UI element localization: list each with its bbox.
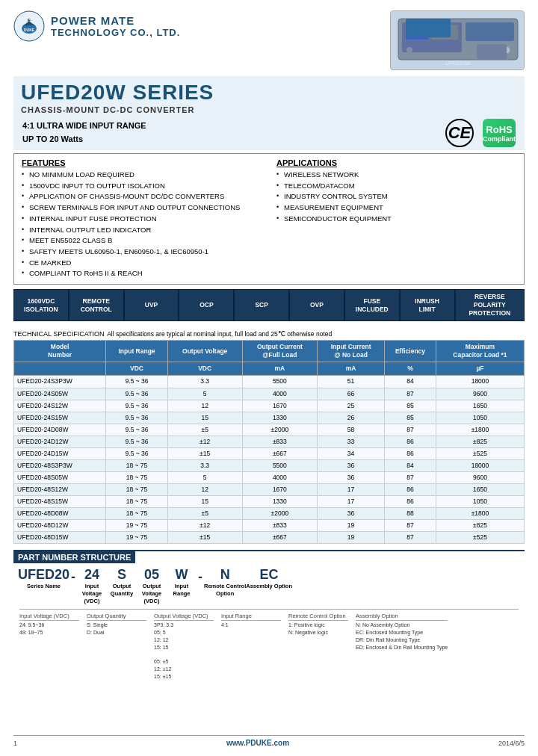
table-cell: ±12 [167, 520, 242, 532]
table-cell: 5 [167, 388, 242, 400]
table-row: UFED20-48S12W18 ~ 7512167017861650 [14, 483, 525, 495]
table-cell: UFED20-48D12W [14, 520, 106, 532]
features-list: NO MINIMUM LOAD REQUIRED1500VDC INPUT TO… [22, 170, 262, 279]
table-cell: 15 [167, 412, 242, 424]
badge-ocp: OCP [179, 289, 234, 321]
pn-opt-col-4: Input Range4:1 [221, 613, 281, 680]
table-cell: 87 [385, 532, 436, 544]
spec-header: Efficiency [385, 341, 436, 362]
pn-title: PART NUMBER STRUCTURE [13, 551, 135, 563]
table-cell: 66 [318, 388, 385, 400]
table-cell: 12 [167, 400, 242, 412]
pn-label: Input Voltage (VDC) [82, 583, 102, 604]
pn-value: S [117, 568, 126, 581]
table-cell: 88 [385, 507, 436, 519]
application-item: SEMICONDUCTOR EQUIPMENT [276, 214, 516, 225]
table-row: UFED20-24S3P3W9.5 ~ 363.35500518418000 [14, 376, 525, 388]
table-cell: ±15 [167, 447, 242, 459]
table-cell: ±1800 [436, 507, 524, 519]
svg-point-12 [406, 47, 412, 53]
spec-header: Output Voltage [167, 341, 242, 362]
applications-col: APPLICATIONS WIRELESS NETWORKTELECOM/DAT… [276, 158, 516, 279]
table-cell: ±667 [242, 447, 318, 459]
table-cell: 26 [318, 412, 385, 424]
feature-item: CE MARKED [22, 258, 262, 269]
table-cell: UFED20-24S12W [14, 400, 106, 412]
features-text: 4:1 ULTRA WIDE INPUT RANGE UP TO 20 Watt… [22, 120, 146, 146]
feature-item: 1500VDC INPUT TO OUTPUT ISOLATION [22, 181, 262, 192]
ce-mark: CE [445, 119, 474, 147]
table-cell: ±525 [436, 532, 524, 544]
footer-date: 2014/6/5 [498, 740, 525, 747]
table-cell: 85 [385, 400, 436, 412]
badge-uvp: UVP [124, 289, 179, 321]
svg-rect-8 [406, 25, 428, 40]
table-cell: 33 [318, 436, 385, 447]
table-cell: 18000 [436, 376, 524, 388]
table-cell: 18 ~ 75 [106, 471, 168, 483]
logo-area: F DUKE POWER MATE TECHNOLOGY CO., LTD. [13, 10, 180, 42]
table-cell: 58 [318, 424, 385, 436]
spec-header: Output Current @Full Load [242, 341, 318, 362]
table-cell: 18 ~ 75 [106, 507, 168, 519]
pn-part-4: WInput Range [167, 568, 197, 598]
table-cell: UFED20-48S12W [14, 483, 106, 495]
pn-diagram: UFED20Series Name -24Input Voltage (VDC)… [13, 568, 525, 604]
pn-value: 05 [144, 568, 159, 581]
spec-unit: VDC [167, 362, 242, 376]
badge-isolation: 1600VDC ISOLATION [13, 289, 69, 321]
table-cell: 87 [385, 520, 436, 532]
badge-fuse: FUSE INCLUDED [344, 289, 400, 321]
pn-label: Output Voltage (VDC) [142, 583, 162, 604]
pn-label: Output Quantity [111, 583, 133, 598]
table-cell: UFED20-24S3P3W [14, 376, 106, 388]
spec-header: Model Number [14, 341, 106, 362]
table-cell: ±2000 [242, 507, 318, 519]
badge-remote: REMOTE CONTROL [69, 289, 124, 321]
feature-item: COMPLIANT TO RoHS II & REACH [22, 268, 262, 279]
application-item: WIRELESS NETWORK [276, 170, 516, 181]
table-cell: 5 [167, 471, 242, 483]
spec-unit: µF [436, 362, 524, 376]
company-top: POWER MATE [51, 14, 180, 27]
svg-text:UFED20W: UFED20W [445, 61, 471, 66]
table-cell: 36 [318, 507, 385, 519]
table-cell: ±833 [242, 436, 318, 447]
table-cell: 9600 [436, 388, 524, 400]
pn-value: N [220, 568, 230, 581]
table-cell: 9.5 ~ 36 [106, 436, 168, 447]
table-cell: 84 [385, 459, 436, 471]
table-row: UFED20-48S05W18 ~ 755400036879600 [14, 471, 525, 483]
table-cell: 87 [385, 471, 436, 483]
table-cell: 51 [318, 376, 385, 388]
spec-header: Input Range [106, 341, 168, 362]
table-cell: 4000 [242, 471, 318, 483]
feature-item: NO MINIMUM LOAD REQUIRED [22, 170, 262, 181]
table-cell: UFED20-48S05W [14, 471, 106, 483]
table-cell: ±1800 [436, 424, 524, 436]
table-cell: ±525 [436, 447, 524, 459]
pn-opt-col-1: Input Voltage (VDC)24: 9.5~36 48: 18~75 [19, 613, 79, 680]
rohs-badge: RoHS Compliant [483, 119, 516, 147]
table-row: UFED20-24S15W9.5 ~ 3615133026851050 [14, 412, 525, 424]
pn-part-1: 24Input Voltage (VDC) [77, 568, 107, 604]
pn-opt-col-5: Remote Control Option1: Positive logic N… [288, 613, 348, 680]
title-section: UFED20W SERIES CHASSIS-MOUNT DC-DC CONVE… [13, 76, 525, 150]
table-cell: 18 ~ 75 [106, 495, 168, 507]
table-cell: UFED20-24S05W [14, 388, 106, 400]
badge-reverse: REVERSE POLARITY PROTECTION [455, 289, 525, 321]
table-cell: 5500 [242, 459, 318, 471]
table-cell: ±5 [167, 424, 242, 436]
table-cell: 9.5 ~ 36 [106, 388, 168, 400]
table-cell: 36 [318, 471, 385, 483]
table-row: UFED20-48S15W18 ~ 7515133017861050 [14, 495, 525, 507]
feature-item: SCREW TERMINALS FOR INPUT AND OUTPUT CON… [22, 202, 262, 214]
spec-unit [14, 362, 106, 376]
part-number-section: PART NUMBER STRUCTURE UFED20Series Name … [13, 550, 525, 681]
application-item: INDUSTRY CONTROL SYSTEM [276, 191, 516, 202]
pn-options-row: Input Voltage (VDC)24: 9.5~36 48: 18~75O… [13, 609, 525, 680]
table-cell: ±2000 [242, 424, 318, 436]
spec-unit: VDC [106, 362, 168, 376]
table-cell: 36 [318, 459, 385, 471]
spec-header: Maximum Capacitor Load *1 [436, 341, 524, 362]
